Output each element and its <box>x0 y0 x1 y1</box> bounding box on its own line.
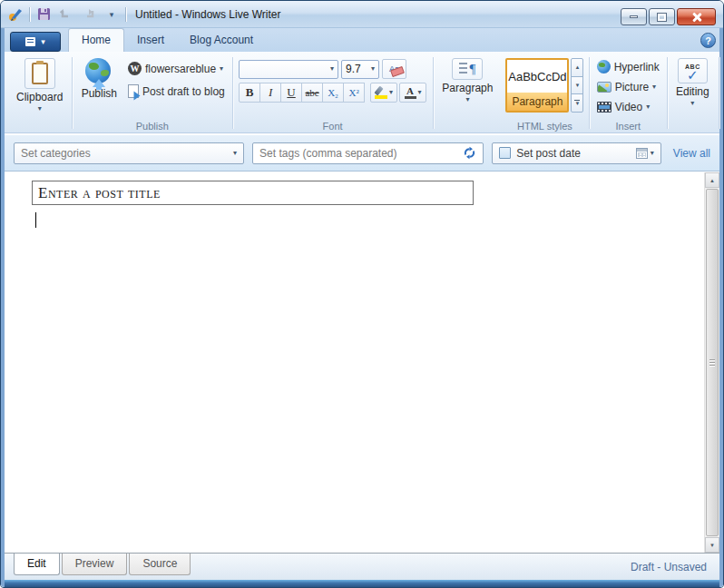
font-size-combobox[interactable]: 9.7 ▾ <box>341 60 379 79</box>
gallery-more-button[interactable]: ▼ <box>571 93 583 113</box>
spellcheck-icon: ABC ✓ <box>685 63 700 79</box>
ribbon-group-paragraph: ¶ Paragraph ▾ <box>434 54 501 132</box>
insert-hyperlink-button[interactable]: Hyperlink <box>594 58 662 75</box>
view-tab-source[interactable]: Source <box>129 554 191 575</box>
close-button[interactable] <box>677 8 716 25</box>
publish-group-label: Publish <box>73 121 231 132</box>
arrow-down-icon: ▼ <box>709 543 715 548</box>
picture-icon <box>597 82 611 93</box>
clear-formatting-button[interactable]: Aa <box>382 59 406 79</box>
paragraph-button[interactable]: ¶ Paragraph ▾ <box>437 56 497 105</box>
scrollbar-grip <box>709 359 715 367</box>
tab-blog-account[interactable]: Blog Account <box>177 29 266 52</box>
font-color-button[interactable]: A ▾ <box>399 83 426 103</box>
app-window: ▾ Untitled - Windows Live Writer ▾ Home … <box>0 0 724 588</box>
tab-home[interactable]: Home <box>68 28 124 52</box>
wordpress-icon: W <box>128 62 142 75</box>
view-tab-preview[interactable]: Preview <box>62 554 128 575</box>
chevron-down-icon: ▾ <box>371 65 375 73</box>
hyperlink-icon <box>597 60 611 74</box>
post-editor[interactable]: Enter a post title ▲ ▼ <box>5 172 719 553</box>
publish-globe-icon <box>85 58 113 85</box>
ribbon-tab-row: ▾ Home Insert Blog Account ? <box>5 28 719 52</box>
style-item-paragraph[interactable]: AaBbCcDd Paragraph <box>505 58 569 113</box>
set-post-date-control[interactable]: Set post date ▾ <box>492 142 661 164</box>
app-icon <box>6 6 24 23</box>
ribbon-group-insert: Hyperlink Picture ▾ Video ▾ Insert <box>591 54 666 132</box>
clipboard-label: Clipboard <box>16 91 63 103</box>
ribbon-group-clipboard: Clipboard ▾ <box>8 54 71 132</box>
post-draft-icon <box>128 84 139 98</box>
toolbar-separator <box>125 7 126 22</box>
blog-account-selector[interactable]: W flowersareblue ▾ <box>125 60 228 77</box>
chevron-down-icon: ▾ <box>110 10 114 19</box>
publish-button[interactable]: Publish <box>77 56 122 120</box>
redo-icon[interactable] <box>80 6 98 23</box>
customize-toolbar-dropdown[interactable]: ▾ <box>103 6 121 23</box>
post-date-checkbox[interactable] <box>499 147 511 159</box>
scroll-down-button[interactable]: ▼ <box>705 537 719 553</box>
hyperlink-label: Hyperlink <box>614 61 660 74</box>
blog-name-label: flowersareblue <box>145 63 216 75</box>
ribbon-group-publish: Publish W flowersareblue ▾ Post draft to… <box>73 54 231 132</box>
vertical-scrollbar[interactable]: ▲ ▼ <box>704 172 719 553</box>
tags-input[interactable] <box>259 147 463 160</box>
chevron-down-icon: ▾ <box>465 96 469 103</box>
post-properties-bar: Set categories ▾ Set post date <box>5 134 719 172</box>
view-tab-edit[interactable]: Edit <box>14 554 60 575</box>
chevron-down-icon: ▾ <box>220 65 223 73</box>
arrow-up-icon: ▲ <box>574 64 580 70</box>
chevron-down-icon: ▾ <box>41 37 45 46</box>
chevron-down-icon: ▾ <box>330 65 334 73</box>
editing-button[interactable]: ABC ✓ Editing ▾ <box>671 56 714 109</box>
window-bottom-border <box>5 580 719 587</box>
highlight-color-button[interactable]: ▾ <box>370 83 397 103</box>
strikethrough-button[interactable]: abc <box>301 83 323 103</box>
post-draft-to-blog-button[interactable]: Post draft to blog <box>125 83 228 100</box>
insert-video-button[interactable]: Video ▾ <box>594 99 662 115</box>
chevron-down-icon: ▾ <box>389 89 393 96</box>
insert-picture-button[interactable]: Picture ▾ <box>594 79 662 95</box>
title-bar[interactable]: ▾ Untitled - Windows Live Writer <box>1 1 723 28</box>
undo-icon[interactable] <box>57 6 75 23</box>
chevron-down-icon: ▾ <box>652 83 656 91</box>
underline-button[interactable]: U <box>280 83 302 103</box>
set-tags-field[interactable] <box>252 142 484 164</box>
refresh-tags-icon[interactable] <box>463 146 476 160</box>
font-color-icon: A <box>405 86 416 99</box>
gallery-scroll-down-button[interactable]: ▼ <box>571 76 583 95</box>
scrollbar-thumb[interactable] <box>706 189 719 536</box>
post-draft-label: Post draft to blog <box>142 85 225 98</box>
application-menu-button[interactable]: ▾ <box>10 32 61 52</box>
toolbar-separator <box>29 7 30 22</box>
clipboard-button[interactable]: Clipboard ▾ <box>12 56 67 114</box>
superscript-button[interactable]: X² <box>343 83 365 103</box>
view-all-link[interactable]: View all <box>673 147 710 160</box>
chevron-down-icon: ▾ <box>651 150 654 157</box>
set-categories-dropdown[interactable]: Set categories ▾ <box>14 142 244 164</box>
maximize-button[interactable] <box>649 8 675 25</box>
save-icon[interactable] <box>34 6 53 23</box>
quick-access-toolbar: ▾ <box>6 6 126 23</box>
font-name-combobox[interactable]: ▾ <box>239 60 338 79</box>
scroll-up-button[interactable]: ▲ <box>705 172 719 188</box>
post-title-placeholder: Enter a post title <box>38 184 161 202</box>
editing-label: Editing <box>676 85 709 98</box>
minimize-button[interactable] <box>621 8 647 25</box>
style-name: Paragraph <box>507 93 567 111</box>
clear-formatting-icon: Aa <box>389 64 399 74</box>
app-menu-icon <box>25 37 35 46</box>
arrow-up-icon: ▲ <box>709 178 715 183</box>
subscript-button[interactable]: X₂ <box>322 83 344 103</box>
help-button[interactable]: ? <box>700 33 716 48</box>
ribbon-group-font: ▾ 9.7 ▾ Aa B I U abc <box>233 54 432 132</box>
gallery-scroll-up-button[interactable]: ▲ <box>571 58 583 77</box>
window-controls <box>621 8 716 25</box>
tab-insert[interactable]: Insert <box>124 29 177 52</box>
post-title-field[interactable]: Enter a post title <box>32 181 474 205</box>
chevron-down-icon: ▾ <box>38 105 42 113</box>
italic-button[interactable]: I <box>259 83 281 103</box>
bold-button[interactable]: B <box>239 83 260 103</box>
video-icon <box>597 102 611 113</box>
style-preview: AaBbCcDd <box>507 60 567 93</box>
